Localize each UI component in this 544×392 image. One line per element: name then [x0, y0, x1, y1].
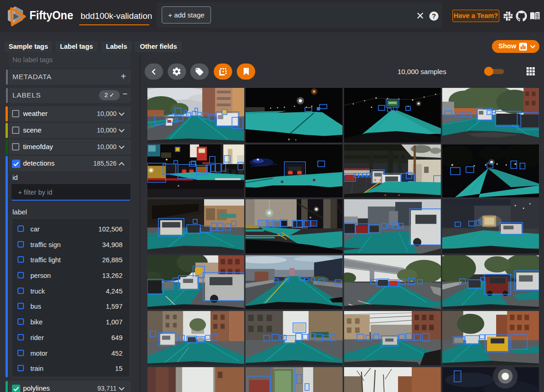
svg-text:?: ?: [432, 12, 436, 20]
